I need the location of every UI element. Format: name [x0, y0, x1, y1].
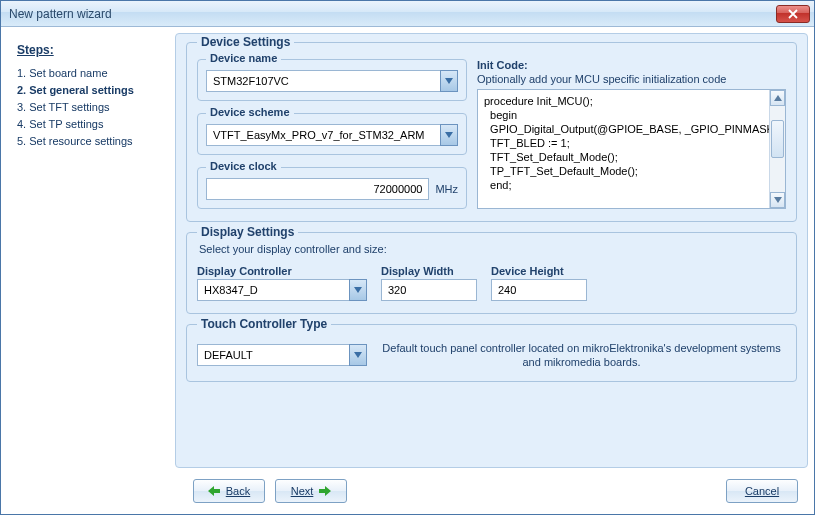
- scroll-thumb[interactable]: [771, 120, 784, 158]
- window-title: New pattern wizard: [9, 7, 112, 21]
- device-scheme-input[interactable]: [206, 124, 440, 146]
- cancel-button[interactable]: Cancel: [726, 479, 798, 503]
- content-panel: Device Settings Device name: [175, 33, 808, 468]
- chevron-down-icon: [445, 78, 453, 84]
- display-height-label: Device Height: [491, 265, 587, 277]
- step-2[interactable]: 2. Set general settings: [17, 84, 169, 96]
- arrow-right-icon: [319, 486, 331, 496]
- init-code-label: Init Code:: [477, 59, 786, 71]
- display-width-input[interactable]: [381, 279, 477, 301]
- touch-controller-input[interactable]: [197, 344, 349, 366]
- chevron-down-icon: [445, 132, 453, 138]
- device-settings-group: Device Settings Device name: [186, 42, 797, 222]
- touch-controller-dropdown-button[interactable]: [349, 344, 367, 366]
- init-code-scrollbar[interactable]: [769, 90, 785, 208]
- device-name-group: Device name: [197, 59, 467, 101]
- body: Steps: 1. Set board name 2. Set general …: [1, 27, 814, 474]
- scroll-down-button[interactable]: [770, 192, 785, 208]
- display-controller-input[interactable]: [197, 279, 349, 301]
- touch-controller-title: Touch Controller Type: [197, 317, 331, 331]
- display-settings-group: Display Settings Select your display con…: [186, 232, 797, 314]
- init-code-box: [477, 89, 786, 209]
- device-clock-group: Device clock MHz: [197, 167, 467, 209]
- arrow-left-icon: [208, 486, 220, 496]
- display-controller-combo[interactable]: [197, 279, 367, 301]
- device-scheme-dropdown-button[interactable]: [440, 124, 458, 146]
- step-5[interactable]: 5. Set resource settings: [17, 135, 169, 147]
- device-clock-label: Device clock: [206, 160, 281, 172]
- cancel-button-label: Cancel: [745, 485, 779, 497]
- device-scheme-label: Device scheme: [206, 106, 294, 118]
- display-width-label: Display Width: [381, 265, 477, 277]
- step-4[interactable]: 4. Set TP settings: [17, 118, 169, 130]
- init-code-textarea[interactable]: [478, 90, 769, 208]
- device-name-combo[interactable]: [206, 70, 458, 92]
- device-settings-title: Device Settings: [197, 35, 294, 49]
- next-button[interactable]: Next: [275, 479, 347, 503]
- device-name-input[interactable]: [206, 70, 440, 92]
- device-scheme-group: Device scheme: [197, 113, 467, 155]
- steps-heading: Steps:: [17, 43, 169, 57]
- touch-controller-desc: Default touch panel controller located o…: [377, 341, 786, 369]
- touch-controller-combo[interactable]: [197, 344, 367, 366]
- device-clock-input[interactable]: [206, 178, 429, 200]
- wizard-window: New pattern wizard Steps: 1. Set board n…: [0, 0, 815, 515]
- display-controller-dropdown-button[interactable]: [349, 279, 367, 301]
- back-button[interactable]: Back: [193, 479, 265, 503]
- next-button-label: Next: [291, 485, 314, 497]
- step-1[interactable]: 1. Set board name: [17, 67, 169, 79]
- init-code-desc: Optionally add your MCU specific initial…: [477, 73, 786, 85]
- device-clock-unit: MHz: [435, 183, 458, 195]
- close-icon: [788, 9, 798, 19]
- titlebar: New pattern wizard: [1, 1, 814, 27]
- display-controller-label: Display Controller: [197, 265, 367, 277]
- display-height-input[interactable]: [491, 279, 587, 301]
- chevron-down-icon: [354, 352, 362, 358]
- chevron-down-icon: [774, 197, 782, 203]
- display-subtitle: Select your display controller and size:: [199, 243, 786, 255]
- device-name-label: Device name: [206, 52, 281, 64]
- touch-controller-group: Touch Controller Type Default touch pane…: [186, 324, 797, 382]
- steps-panel: Steps: 1. Set board name 2. Set general …: [7, 33, 175, 468]
- display-settings-title: Display Settings: [197, 225, 298, 239]
- chevron-up-icon: [774, 95, 782, 101]
- close-button[interactable]: [776, 5, 810, 23]
- chevron-down-icon: [354, 287, 362, 293]
- scroll-up-button[interactable]: [770, 90, 785, 106]
- step-3[interactable]: 3. Set TFT settings: [17, 101, 169, 113]
- back-button-label: Back: [226, 485, 250, 497]
- device-scheme-combo[interactable]: [206, 124, 458, 146]
- footer: Back Next Cancel: [1, 474, 814, 514]
- device-name-dropdown-button[interactable]: [440, 70, 458, 92]
